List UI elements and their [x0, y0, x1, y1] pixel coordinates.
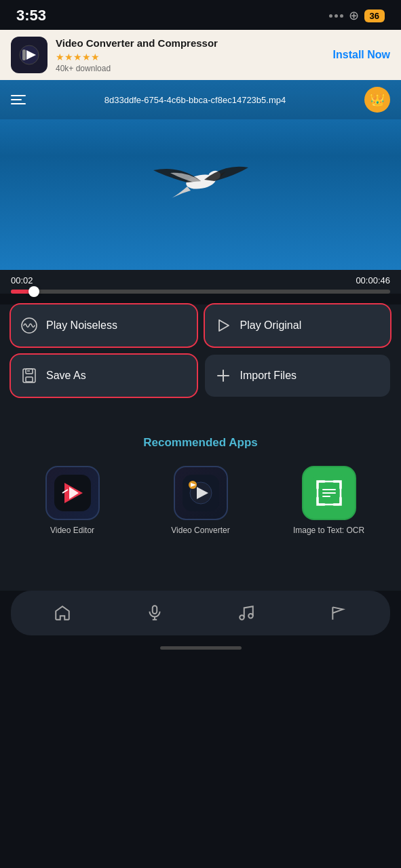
video-player: 8d33ddfe-6754-4c6b-bbca-cf8ec14723b5.mp4…	[0, 80, 401, 270]
app-item-video-editor[interactable]: Video Editor	[11, 466, 134, 536]
video-converter-label: Video Converter	[171, 526, 230, 536]
video-editor-label: Video Editor	[50, 526, 94, 536]
svg-point-33	[249, 614, 254, 618]
time-labels: 00:02 00:00:46	[11, 275, 390, 285]
ad-banner: Video Converter and Compressor ★★★★★ 40k…	[0, 30, 401, 80]
nav-flag[interactable]	[319, 599, 358, 627]
progress-thumb[interactable]	[28, 286, 39, 297]
save-as-label: Save As	[46, 370, 86, 382]
status-bar: 3:53 ⊕ 36	[0, 0, 401, 30]
nav-home[interactable]	[43, 599, 82, 627]
save-icon	[20, 367, 38, 384]
play-icon	[214, 317, 232, 334]
import-files-button[interactable]: Import Files	[205, 355, 391, 397]
recommended-section: Recommended Apps Video Editor	[0, 416, 401, 550]
svg-marker-8	[219, 320, 229, 331]
app-item-ocr[interactable]: Image to Text: OCR	[267, 466, 390, 536]
svg-rect-3	[22, 50, 26, 60]
ocr-label: Image to Text: OCR	[293, 526, 364, 536]
play-noiseless-label: Play Noiseless	[46, 319, 117, 332]
crown-button[interactable]: 👑	[364, 87, 390, 113]
video-converter-icon	[174, 466, 228, 520]
ad-info: Video Converter and Compressor ★★★★★ 40k…	[56, 37, 325, 73]
waveform-icon	[20, 317, 38, 334]
svg-rect-11	[26, 377, 33, 382]
bottom-nav	[11, 591, 390, 635]
progress-bar[interactable]	[11, 290, 390, 294]
battery-badge: 36	[364, 9, 385, 22]
status-time: 3:53	[16, 7, 46, 24]
video-toolbar: 8d33ddfe-6754-4c6b-bbca-cf8ec14723b5.mp4…	[0, 80, 401, 119]
nav-microphone[interactable]	[135, 599, 174, 627]
ocr-icon	[302, 466, 356, 520]
spacer	[0, 550, 401, 591]
btn-row-2: Save As Import Files	[11, 355, 390, 397]
buttons-area: Play Noiseless Play Original Save As	[0, 304, 401, 416]
signal-dots	[329, 14, 343, 18]
app-grid: Video Editor Video Converter	[11, 466, 390, 536]
ad-stars: ★★★★★	[56, 52, 325, 62]
ad-downloads: 40k+ download	[56, 64, 325, 73]
video-filename: 8d33ddfe-6754-4c6b-bbca-cf8ec14723b5.mp4	[26, 95, 364, 105]
import-files-label: Import Files	[240, 370, 297, 382]
status-right: ⊕ 36	[329, 8, 385, 23]
nav-music[interactable]	[227, 599, 266, 627]
ad-app-icon	[11, 37, 47, 73]
play-original-button[interactable]: Play Original	[205, 304, 391, 347]
total-time: 00:00:46	[356, 275, 390, 285]
ad-title: Video Converter and Compressor	[56, 37, 325, 50]
bird-image	[133, 144, 269, 233]
install-now-button[interactable]: Install Now	[333, 49, 390, 61]
play-original-label: Play Original	[240, 319, 302, 332]
home-indicator	[160, 646, 242, 650]
video-editor-icon	[45, 466, 100, 520]
svg-rect-29	[152, 606, 157, 614]
app-item-video-converter[interactable]: Video Converter	[139, 466, 262, 536]
svg-point-32	[240, 615, 245, 620]
btn-row-1: Play Noiseless Play Original	[11, 304, 390, 347]
current-time: 00:02	[11, 275, 33, 285]
save-as-button[interactable]: Save As	[11, 355, 197, 397]
menu-icon[interactable]	[11, 95, 26, 104]
link-icon: ⊕	[349, 8, 359, 23]
recommended-title: Recommended Apps	[11, 436, 390, 450]
timeline-area: 00:02 00:00:46	[0, 270, 401, 294]
play-noiseless-button[interactable]: Play Noiseless	[11, 304, 197, 347]
plus-icon	[214, 367, 232, 384]
